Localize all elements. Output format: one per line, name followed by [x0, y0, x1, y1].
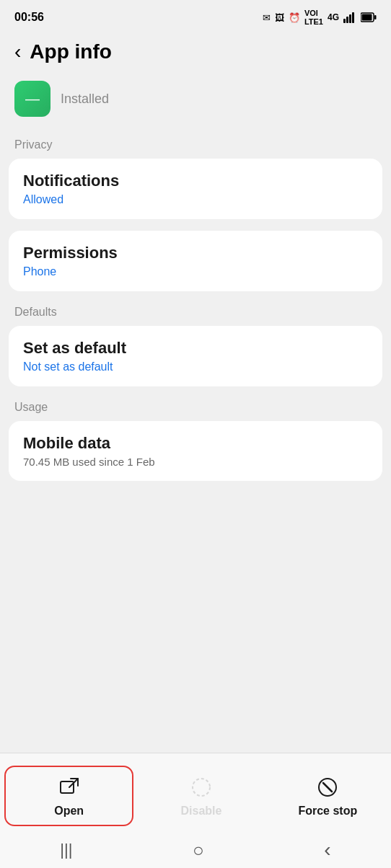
- open-button[interactable]: Open: [6, 767, 132, 825]
- nav-menu-icon[interactable]: |||: [60, 841, 72, 859]
- status-bar: 00:56 ✉ 🖼 ⏰ VOlLTE1 4G: [0, 0, 391, 35]
- bottom-bar: Open Disable Force stop ||| ○ ‹: [0, 753, 391, 868]
- permissions-subtitle: Phone: [23, 265, 368, 278]
- image-icon: 🖼: [275, 12, 284, 23]
- open-label: Open: [54, 805, 84, 818]
- disable-icon: [188, 774, 214, 800]
- network-4g: 4G: [328, 12, 339, 22]
- mobile-data-card[interactable]: Mobile data 70.45 MB used since 1 Feb: [9, 421, 382, 481]
- signal-icon: [343, 12, 356, 23]
- mobile-data-title: Mobile data: [23, 434, 368, 453]
- network-label: VOlLTE1: [304, 9, 323, 26]
- svg-rect-3: [352, 12, 354, 23]
- force-stop-button[interactable]: Force stop: [265, 774, 391, 818]
- app-status: Installed: [61, 92, 109, 107]
- app-icon-area: Installed: [0, 75, 391, 131]
- page-title: App info: [30, 40, 112, 63]
- open-icon: [56, 774, 82, 800]
- nav-bar: ||| ○ ‹: [0, 832, 391, 868]
- set-as-default-title: Set as default: [23, 339, 368, 358]
- disable-label: Disable: [181, 805, 222, 818]
- status-time: 00:56: [14, 11, 44, 24]
- nav-back-icon[interactable]: ‹: [324, 838, 330, 862]
- disable-button[interactable]: Disable: [138, 774, 264, 818]
- set-as-default-card[interactable]: Set as default Not set as default: [9, 326, 382, 386]
- force-stop-icon: [315, 774, 341, 800]
- usage-section-label: Usage: [0, 394, 391, 418]
- message-icon: ✉: [263, 12, 271, 23]
- privacy-section-label: Privacy: [0, 131, 391, 156]
- force-stop-label: Force stop: [298, 805, 357, 818]
- notifications-title: Notifications: [23, 172, 368, 190]
- alarm-icon: ⏰: [289, 12, 300, 23]
- nav-home-icon[interactable]: ○: [193, 839, 204, 862]
- status-icons: ✉ 🖼 ⏰ VOlLTE1 4G: [263, 9, 377, 26]
- battery-icon: [361, 12, 377, 22]
- svg-rect-2: [349, 14, 351, 23]
- permissions-card[interactable]: Permissions Phone: [9, 231, 382, 291]
- svg-rect-1: [346, 17, 348, 23]
- set-as-default-subtitle: Not set as default: [23, 360, 368, 373]
- permissions-title: Permissions: [23, 244, 368, 262]
- header: ‹ App info: [0, 35, 391, 75]
- svg-rect-6: [374, 15, 377, 19]
- mobile-data-subtitle: 70.45 MB used since 1 Feb: [23, 456, 368, 468]
- notifications-card[interactable]: Notifications Allowed: [9, 159, 382, 219]
- bottom-actions: Open Disable Force stop: [0, 753, 391, 833]
- svg-rect-0: [343, 19, 346, 23]
- svg-point-8: [193, 779, 210, 796]
- svg-rect-7: [61, 781, 74, 793]
- app-icon: [14, 81, 50, 117]
- defaults-section-label: Defaults: [0, 298, 391, 323]
- svg-rect-5: [362, 14, 372, 21]
- notifications-subtitle: Allowed: [23, 193, 368, 206]
- svg-line-10: [323, 783, 332, 792]
- back-button[interactable]: ‹: [14, 40, 21, 63]
